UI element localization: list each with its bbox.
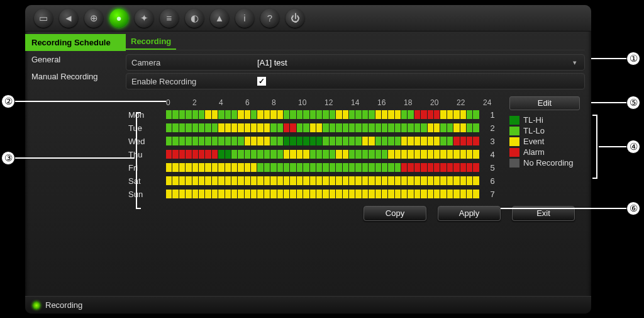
schedule-cell[interactable]	[212, 137, 218, 146]
schedule-cell[interactable]	[447, 150, 453, 159]
schedule-cell[interactable]	[460, 150, 467, 159]
schedule-cell[interactable]	[205, 163, 211, 173]
schedule-cell[interactable]	[382, 190, 388, 199]
schedule-cell[interactable]	[245, 176, 251, 186]
day-cells[interactable]	[166, 176, 480, 186]
day-cells[interactable]	[166, 110, 480, 120]
schedule-cell[interactable]	[414, 190, 421, 199]
schedule-cell[interactable]	[297, 123, 303, 133]
schedule-cell[interactable]	[434, 137, 440, 146]
schedule-cell[interactable]	[408, 176, 414, 186]
day-cells[interactable]	[166, 163, 480, 173]
legend-item-ev[interactable]: Event	[509, 137, 585, 146]
schedule-cell[interactable]	[172, 123, 179, 133]
schedule-cell[interactable]	[343, 123, 349, 133]
schedule-cell[interactable]	[408, 110, 414, 120]
legend-item-hi[interactable]: TL-Hi	[509, 115, 585, 125]
legend-item-no[interactable]: No Recording	[509, 158, 585, 168]
schedule-cell[interactable]	[277, 163, 284, 173]
schedule-cell[interactable]	[401, 123, 408, 133]
schedule-cell[interactable]	[284, 123, 290, 133]
schedule-cell[interactable]	[362, 163, 369, 173]
schedule-cell[interactable]	[186, 163, 192, 173]
schedule-cell[interactable]	[395, 176, 401, 186]
schedule-cell[interactable]	[199, 150, 205, 159]
schedule-cell[interactable]	[467, 137, 473, 146]
schedule-cell[interactable]	[238, 110, 244, 120]
schedule-cell[interactable]	[166, 150, 172, 159]
schedule-cell[interactable]	[421, 137, 427, 146]
schedule-cell[interactable]	[382, 110, 388, 120]
schedule-cell[interactable]	[388, 163, 394, 173]
schedule-cell[interactable]	[297, 137, 303, 146]
schedule-cell[interactable]	[401, 150, 408, 159]
schedule-cell[interactable]	[199, 176, 205, 186]
schedule-cell[interactable]	[277, 110, 284, 120]
schedule-cell[interactable]	[225, 123, 231, 133]
schedule-cell[interactable]	[231, 176, 238, 186]
schedule-cell[interactable]	[316, 163, 323, 173]
schedule-cell[interactable]	[401, 163, 408, 173]
schedule-cell[interactable]	[192, 137, 199, 146]
schedule-cell[interactable]	[369, 137, 375, 146]
schedule-cell[interactable]	[179, 190, 186, 199]
schedule-cell[interactable]	[231, 123, 238, 133]
schedule-cell[interactable]	[245, 110, 251, 120]
day-cells[interactable]	[166, 123, 480, 133]
schedule-cell[interactable]	[199, 190, 205, 199]
schedule-cell[interactable]	[225, 190, 231, 199]
schedule-cell[interactable]	[270, 163, 277, 173]
sidebar-item-manual-recording[interactable]: Manual Recording	[25, 68, 126, 85]
schedule-cell[interactable]	[343, 150, 349, 159]
edit-button[interactable]: Edit	[509, 96, 580, 110]
schedule-cell[interactable]	[388, 110, 394, 120]
schedule-cell[interactable]	[375, 150, 382, 159]
schedule-cell[interactable]	[303, 190, 309, 199]
schedule-cell[interactable]	[297, 150, 303, 159]
schedule-cell[interactable]	[186, 190, 192, 199]
schedule-cell[interactable]	[231, 190, 238, 199]
schedule-cell[interactable]	[238, 190, 244, 199]
legend-item-al[interactable]: Alarm	[509, 147, 585, 157]
schedule-cell[interactable]	[212, 190, 218, 199]
hdd-icon[interactable]: ◐	[185, 9, 204, 28]
schedule-cell[interactable]	[330, 150, 336, 159]
schedule-cell[interactable]	[388, 150, 394, 159]
schedule-cell[interactable]	[369, 176, 375, 186]
schedule-cell[interactable]	[440, 190, 447, 199]
schedule-cell[interactable]	[323, 190, 329, 199]
schedule-cell[interactable]	[172, 176, 179, 186]
schedule-cell[interactable]	[355, 110, 362, 120]
schedule-cell[interactable]	[355, 176, 362, 186]
schedule-cell[interactable]	[362, 110, 369, 120]
schedule-cell[interactable]	[388, 190, 394, 199]
schedule-cell[interactable]	[257, 110, 264, 120]
schedule-cell[interactable]	[303, 110, 309, 120]
schedule-cell[interactable]	[264, 190, 270, 199]
camera-row[interactable]: Camera [A1] test ▾	[126, 54, 585, 71]
schedule-cell[interactable]	[192, 190, 199, 199]
schedule-cell[interactable]	[414, 123, 421, 133]
schedule-cell[interactable]	[460, 137, 467, 146]
schedule-cell[interactable]	[447, 176, 453, 186]
schedule-cell[interactable]	[467, 110, 473, 120]
schedule-cell[interactable]	[166, 163, 172, 173]
schedule-cell[interactable]	[382, 123, 388, 133]
schedule-cell[interactable]	[192, 123, 199, 133]
schedule-cell[interactable]	[447, 163, 453, 173]
schedule-cell[interactable]	[172, 137, 179, 146]
schedule-cell[interactable]	[192, 176, 199, 186]
day-cells[interactable]	[166, 150, 480, 159]
schedule-cell[interactable]	[473, 176, 479, 186]
schedule-cell[interactable]	[179, 123, 186, 133]
schedule-cell[interactable]	[225, 137, 231, 146]
schedule-cell[interactable]	[369, 163, 375, 173]
schedule-cell[interactable]	[166, 123, 172, 133]
schedule-cell[interactable]	[297, 163, 303, 173]
schedule-cell[interactable]	[428, 150, 434, 159]
schedule-cell[interactable]	[336, 137, 342, 146]
schedule-cell[interactable]	[212, 110, 218, 120]
schedule-cell[interactable]	[270, 190, 277, 199]
schedule-cell[interactable]	[414, 176, 421, 186]
schedule-cell[interactable]	[336, 150, 342, 159]
